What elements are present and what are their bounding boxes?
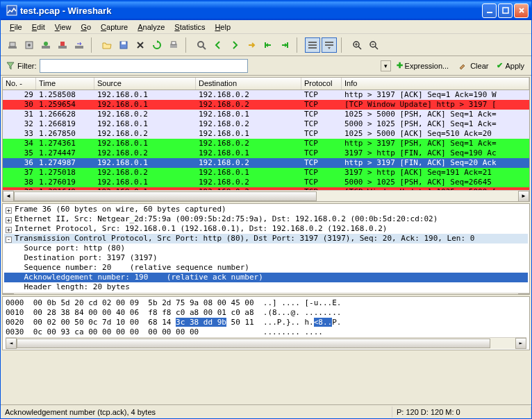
bytes-line[interactable]: 0010 00 28 38 84 00 00 40 06 f8 f8 c0 a8…: [6, 308, 526, 318]
menu-capture[interactable]: Capture: [96, 22, 133, 33]
expander-icon[interactable]: +: [6, 217, 12, 223]
menu-file[interactable]: File: [5, 22, 27, 33]
column-destination[interactable]: Destination: [196, 78, 301, 89]
column-source[interactable]: Source: [94, 78, 196, 89]
packet-row[interactable]: 381.276019192.168.0.1192.168.0.2TCP5000 …: [3, 178, 529, 187]
detail-line[interactable]: Acknowledgement number: 190 (relative ac…: [4, 273, 528, 282]
app-icon: [6, 5, 17, 16]
close-file-button[interactable]: [133, 37, 148, 53]
column-info[interactable]: Info: [342, 78, 529, 89]
bytes-line[interactable]: 0030 0c 00 93 ca 00 00 00 00 00 00 00 00…: [6, 327, 526, 337]
filter-label[interactable]: Filter:: [5, 60, 37, 71]
detail-line[interactable]: Header length: 20 bytes: [4, 282, 528, 292]
reload-button[interactable]: [149, 37, 165, 53]
apply-button[interactable]: ✔Apply: [494, 60, 527, 71]
go-last-button[interactable]: [277, 37, 292, 53]
packet-row[interactable]: 351.274447192.168.0.2192.168.0.1TCP3197 …: [3, 148, 529, 158]
autoscroll-button[interactable]: [322, 37, 337, 53]
packet-row[interactable]: 361.274987192.168.0.1192.168.0.2TCPhttp …: [3, 158, 529, 168]
apply-label: Apply: [505, 62, 524, 70]
menu-view[interactable]: View: [50, 22, 76, 33]
go-forward-button[interactable]: [227, 37, 242, 53]
colorize-button[interactable]: [305, 37, 320, 53]
scroll-left-button[interactable]: ◄: [6, 338, 17, 349]
horizontal-scrollbar[interactable]: ◄ ►: [6, 337, 526, 348]
scroll-thumb[interactable]: [14, 191, 317, 201]
go-first-button[interactable]: [260, 37, 276, 53]
scroll-thumb[interactable]: [17, 339, 490, 348]
svg-rect-9: [58, 46, 67, 49]
svg-rect-13: [122, 42, 126, 44]
expander-icon[interactable]: +: [6, 227, 12, 233]
go-back-button[interactable]: [210, 37, 226, 53]
zoom-out-button[interactable]: [366, 37, 381, 53]
print-button[interactable]: [166, 37, 181, 53]
expander-icon[interactable]: -: [6, 237, 12, 243]
close-button[interactable]: [514, 3, 529, 18]
maximize-button[interactable]: [498, 3, 513, 18]
detail-line[interactable]: +Ethernet II, Src: Netgear_2d:75:9a (00:…: [4, 214, 528, 224]
detail-line[interactable]: +Internet Protocol, Src: 192.168.0.1 (19…: [4, 224, 528, 234]
save-button[interactable]: [116, 37, 131, 53]
menu-statistics[interactable]: Statistics: [169, 22, 210, 33]
window: test.pcap - Wireshark File Edit View Go …: [0, 0, 532, 419]
column-protocol[interactable]: Protocol: [301, 78, 342, 89]
menu-analyze[interactable]: Analyze: [133, 22, 169, 33]
status-left: Acknowledgement number (tcp.ack), 4 byte…: [1, 407, 392, 418]
find-button[interactable]: [194, 37, 209, 53]
packet-list-header: No. - Time Source Destination Protocol I…: [3, 78, 529, 90]
start-capture-button[interactable]: [38, 37, 53, 53]
scroll-left-button[interactable]: ◄: [3, 293, 14, 296]
menu-help[interactable]: Help: [210, 22, 235, 33]
check-icon: ✔: [497, 61, 503, 70]
titlebar[interactable]: test.pcap - Wireshark: [1, 1, 531, 20]
filter-dropdown-icon[interactable]: ▾: [381, 60, 391, 71]
minimize-button[interactable]: [482, 3, 497, 18]
column-time[interactable]: Time: [36, 78, 94, 89]
packet-row[interactable]: 291.258508192.168.0.1192.168.0.2TCPhttp …: [3, 90, 529, 100]
detail-line[interactable]: Sequence number: 20 (relative sequence n…: [4, 263, 528, 273]
scroll-thumb[interactable]: [14, 294, 442, 296]
svg-rect-11: [75, 46, 83, 49]
menubar: File Edit View Go Capture Analyze Statis…: [1, 20, 531, 34]
packet-details-body[interactable]: +Frame 36 (60 bytes on wire, 60 bytes ca…: [3, 204, 529, 293]
scroll-right-button[interactable]: ►: [515, 338, 526, 349]
svg-rect-4: [10, 42, 15, 46]
scroll-left-button[interactable]: ◄: [3, 191, 14, 202]
expression-button[interactable]: ✚Expression...: [394, 60, 452, 71]
bytes-line[interactable]: 0020 00 02 00 50 0c 7d 10 00 68 14 3c 38…: [6, 318, 526, 327]
detail-line[interactable]: Source port: http (80): [4, 243, 528, 253]
packet-list-body[interactable]: 291.258508192.168.0.1192.168.0.2TCPhttp …: [3, 90, 529, 190]
restart-capture-button[interactable]: [72, 37, 87, 53]
zoom-in-button[interactable]: [349, 37, 365, 53]
packet-row[interactable]: 321.266819192.168.0.1192.168.0.2TCP5000 …: [3, 119, 529, 129]
packet-row[interactable]: 371.275018192.168.0.2192.168.0.1TCP3197 …: [3, 168, 529, 178]
packet-row[interactable]: 311.266628192.168.0.2192.168.0.1TCP1025 …: [3, 110, 529, 119]
options-button[interactable]: [22, 37, 37, 53]
column-no[interactable]: No. -: [3, 78, 36, 89]
clear-button[interactable]: Clear: [454, 59, 491, 73]
filter-input[interactable]: [40, 59, 248, 73]
packet-row[interactable]: 301.259654192.168.0.1192.168.0.2TCP[TCP …: [3, 100, 529, 110]
scroll-right-button[interactable]: ►: [518, 191, 529, 202]
stop-capture-button[interactable]: [55, 37, 70, 53]
go-to-button[interactable]: [244, 37, 259, 53]
toolbar-separator: [341, 37, 345, 53]
expander-icon[interactable]: +: [6, 207, 12, 214]
open-button[interactable]: [99, 37, 115, 53]
window-title: test.pcap - Wireshark: [20, 6, 482, 16]
scroll-right-button[interactable]: ►: [518, 293, 529, 296]
menu-edit[interactable]: Edit: [27, 22, 50, 33]
packet-row[interactable]: 331.267850192.168.0.2192.168.0.1TCP1025 …: [3, 129, 529, 139]
bytes-line[interactable]: 0000 00 0b 5d 20 cd 02 00 09 5b 2d 75 9a…: [6, 298, 526, 308]
detail-line[interactable]: +Frame 36 (60 bytes on wire, 60 bytes ca…: [4, 205, 528, 214]
horizontal-scrollbar[interactable]: ◄ ►: [3, 190, 529, 201]
menu-go[interactable]: Go: [76, 22, 96, 33]
horizontal-scrollbar[interactable]: ◄ ►: [3, 293, 529, 295]
packet-row[interactable]: 341.274361192.168.0.1192.168.0.2TCPhttp …: [3, 139, 529, 148]
interfaces-button[interactable]: [5, 37, 20, 53]
packet-bytes-body[interactable]: 0000 00 0b 5d 20 cd 02 00 09 5b 2d 75 9a…: [6, 298, 526, 337]
detail-line[interactable]: Destination port: 3197 (3197): [4, 253, 528, 263]
brush-icon: [457, 60, 468, 71]
detail-line[interactable]: -Transmission Control Protocol, Src Port…: [4, 234, 528, 243]
